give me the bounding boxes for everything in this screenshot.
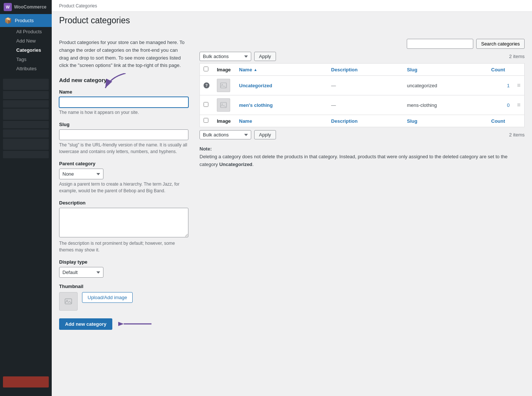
svg-point-2 [66,300,68,301]
search-categories-input[interactable] [407,39,473,49]
intro-text: Product categories for your store can be… [59,39,188,70]
display-type-select[interactable]: Default Products Subcategories Both [59,267,103,278]
table-footer: Image Name Description Slug Count [200,115,525,127]
name-field-group: Name The name is how it appears on your … [59,89,188,116]
sidebar-decor-2 [3,91,49,99]
parent-category-label: Parent category [59,161,188,166]
name-input[interactable] [59,97,188,108]
row-slug-1: uncategorized [403,76,488,95]
table-row: ? Uncategorized — uncategorized [200,76,525,95]
bulk-actions-select-bottom[interactable]: Bulk actions [200,130,251,139]
header-count-col[interactable]: Count [488,64,514,76]
search-categories-button[interactable]: Search categories [476,39,525,49]
thumbnail-preview [59,292,78,311]
woocommerce-icon: W [4,3,12,11]
header-slug-col[interactable]: Slug [403,64,488,76]
header-name-col[interactable]: Name ▲ [235,64,327,76]
sidebar-item-products[interactable]: 📦 Products [0,14,52,27]
row-slug-2: mens-clothing [403,95,488,115]
sidebar-item-all-products[interactable]: All Products [13,27,52,36]
description-hint: The description is not prominent by defa… [59,240,188,253]
row-actions-2: ≡ [514,95,525,115]
footer-name-col[interactable]: Name [235,115,327,127]
bulk-bar-top: Bulk actions Apply 2 items [200,52,525,61]
row-count-1: 1 [488,76,514,95]
row-menu-icon-1[interactable]: ≡ [517,82,521,88]
sidebar-decor-7 [3,139,49,150]
count-link-2[interactable]: 0 [507,102,509,108]
bulk-actions-select-top[interactable]: Bulk actions [200,52,251,61]
row-checkbox-input-2[interactable] [204,102,208,107]
slug-input[interactable] [59,129,188,140]
category-name-link-2[interactable]: men's clothing [239,102,273,108]
description-input[interactable] [59,208,188,237]
row-checkbox-1: ? [200,76,214,95]
row-description-2: — [327,95,403,115]
note-label: Note: [200,146,212,152]
row-checkbox-2 [200,95,214,115]
top-bar: Product Categories [52,0,532,12]
name-col-header: Name ▲ [239,67,324,72]
sort-arrow-icon: ▲ [253,68,257,72]
footer-image-col: Image [213,115,235,127]
slug-hint: The "slug" is the URL-friendly version o… [59,142,188,155]
thumbnail-area: Upload/Add image [59,292,188,311]
footer-checkbox-col [200,115,214,127]
sidebar-decor-orange [3,376,49,387]
content-area: Product categories for your store can be… [52,31,532,339]
bulk-bar-bottom: Bulk actions Apply 2 items [200,130,525,139]
parent-category-select[interactable]: None [59,169,103,179]
table-top: Search categories [200,39,525,49]
apply-button-top[interactable]: Apply [254,52,276,61]
footer-slug-col[interactable]: Slug [403,115,488,127]
image-placeholder-icon [65,298,72,305]
question-icon[interactable]: ? [204,82,209,88]
header-description-col[interactable]: Description [327,64,403,76]
sidebar-item-categories[interactable]: Categories [13,45,52,55]
row-description-1: — [327,76,403,95]
sidebar-decor-5 [3,121,49,128]
description-label: Description [59,200,188,206]
arrow-annotation-2 [118,317,155,331]
note-box: Note: Deleting a category does not delet… [200,145,525,168]
sidebar-item-attributes[interactable]: Attributes [13,64,52,73]
page-title: Product categories [59,16,525,26]
sidebar-item-add-new[interactable]: Add New [13,36,52,45]
apply-button-bottom[interactable]: Apply [254,130,276,139]
breadcrumb: Product Categories [59,3,97,9]
header-actions-col [514,64,525,76]
sidebar-decor-8 [3,151,49,158]
thumbnail-group: Thumbnail Upload/Add image [59,284,188,311]
header-checkbox-col [200,64,214,76]
main-content: Product Categories Product categories Pr… [52,0,532,396]
categories-table: Image Name ▲ Description Slug Count [200,63,525,127]
table-body: ? Uncategorized — uncategorized [200,76,525,115]
note-end: . [252,162,254,167]
parent-hint: Assign a parent term to create a hierarc… [59,181,188,194]
add-category-button[interactable]: Add new category [59,318,112,330]
sidebar: W WooCommerce 📦 Products All Products Ad… [0,0,52,396]
table-row: men's clothing — mens-clothing 0 ≡ [200,95,525,115]
form-panel: Product categories for your store can be… [59,39,200,331]
sidebar-products-label: Products [15,18,34,23]
name-label: Name [59,89,188,95]
sidebar-decor-6 [3,129,49,138]
sidebar-decor-4 [3,109,49,120]
footer-description-col[interactable]: Description [327,115,403,127]
sidebar-item-woocommerce[interactable]: W WooCommerce [0,0,52,14]
category-name-link-1[interactable]: Uncategorized [239,83,272,88]
sidebar-woocommerce-label: WooCommerce [14,4,47,10]
category-image-placeholder-1 [217,79,230,92]
table-header: Image Name ▲ Description Slug Count [200,64,525,76]
svg-point-7 [222,104,222,104]
products-icon: 📦 [4,17,12,24]
select-all-checkbox-bottom[interactable] [204,118,208,123]
select-all-checkbox[interactable] [204,67,208,71]
items-count-bottom: 2 items [509,132,525,138]
row-menu-icon-2[interactable]: ≡ [517,102,521,108]
sidebar-item-tags[interactable]: Tags [13,55,52,64]
footer-count-col[interactable]: Count [488,115,514,127]
upload-image-button[interactable]: Upload/Add image [82,292,133,303]
count-link-1[interactable]: 1 [507,83,509,88]
form-section-title: Add new category [59,77,188,83]
